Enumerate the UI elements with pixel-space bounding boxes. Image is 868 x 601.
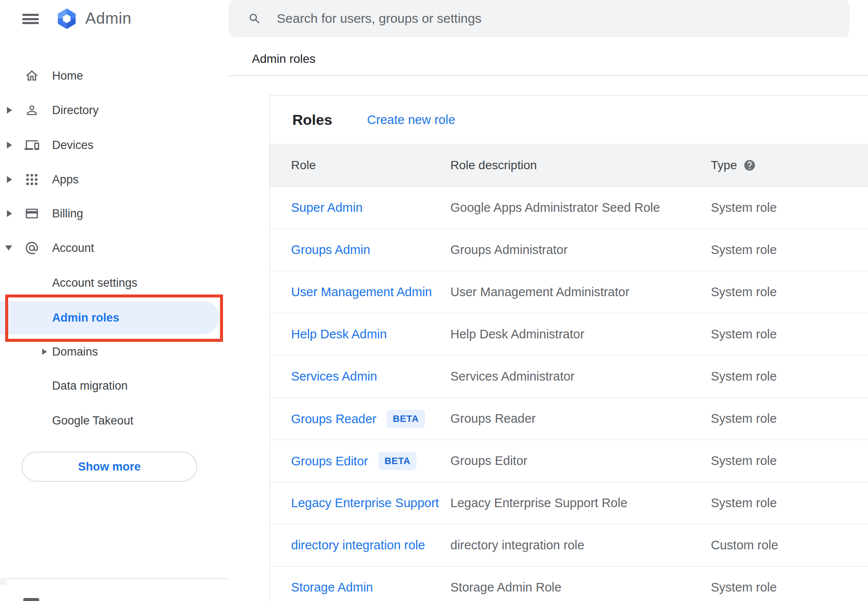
role-type: System role [711, 580, 777, 595]
role-link[interactable]: Groups Editor [291, 454, 368, 468]
role-type: System role [711, 327, 777, 341]
role-type: System role [711, 369, 777, 384]
column-header-type: Type [711, 158, 868, 172]
sidebar-item-label: Apps [52, 173, 79, 186]
sidebar-item-apps[interactable]: Apps [0, 167, 229, 192]
chevron-right-icon[interactable] [7, 107, 12, 114]
role-description: Groups Editor [450, 454, 527, 468]
roles-card-header: Roles Create new role [270, 96, 868, 144]
table-row: Legacy Enterprise Support Legacy Enterpr… [270, 482, 868, 524]
chevron-right-icon[interactable] [7, 176, 12, 183]
sidebar-item-account[interactable]: Account [0, 235, 229, 260]
beta-badge: BETA [378, 452, 416, 470]
chevron-down-icon[interactable] [5, 245, 12, 251]
chevron-right-icon[interactable] [42, 349, 47, 355]
role-description: Groups Reader [450, 412, 536, 425]
sidebar: Admin Home Directory Devices [0, 0, 229, 601]
table-row: directory integration role directory int… [270, 524, 868, 567]
search-bar[interactable] [229, 0, 849, 37]
role-description: Groups Administrator [450, 243, 567, 257]
sidebar-item-label: Account settings [52, 276, 137, 290]
sidebar-item-home[interactable]: Home [0, 63, 229, 88]
role-type: System role [711, 243, 777, 257]
column-header-type-label: Type [711, 158, 737, 172]
table-row: User Management Admin User Management Ad… [270, 271, 868, 313]
role-description: Google Apps Administrator Seed Role [450, 201, 660, 214]
sidebar-item-label: Domains [52, 345, 98, 359]
role-link[interactable]: Groups Admin [291, 243, 370, 257]
sidebar-item-label: Account [52, 242, 94, 255]
home-icon [25, 68, 39, 83]
sidebar-item-billing[interactable]: Billing [0, 201, 229, 226]
role-description: Services Administrator [450, 369, 575, 383]
breadcrumb: Admin roles [252, 52, 316, 66]
role-type: Custom role [711, 538, 778, 552]
chevron-right-icon[interactable] [7, 210, 12, 217]
breadcrumb-divider [229, 75, 868, 76]
search-icon [248, 12, 261, 25]
sidebar-item-label: Home [52, 69, 83, 83]
sidebar-item-directory[interactable]: Directory [0, 98, 229, 123]
table-row: Groups Admin Groups Administrator System… [270, 229, 868, 271]
apps-grid-icon [25, 172, 39, 187]
table-row: Services Admin Services Administrator Sy… [270, 356, 868, 398]
app-title: Admin [85, 9, 131, 28]
sidebar-item-account-settings[interactable]: Account settings [0, 270, 229, 295]
sidebar-bottom-divider [0, 578, 229, 579]
role-description: Storage Admin Role [450, 580, 561, 594]
table-header-row: Role Role description Type [270, 144, 868, 187]
sidebar-item-domains[interactable]: Domains [0, 339, 229, 364]
sidebar-item-google-takeout[interactable]: Google Takeout [0, 408, 229, 433]
role-link[interactable]: Groups Reader [291, 412, 376, 426]
table-row: Help Desk Admin Help Desk Administrator … [270, 313, 868, 356]
column-header-role: Role [270, 158, 450, 172]
at-sign-icon [25, 241, 39, 255]
sidebar-item-admin-roles[interactable]: Admin roles [0, 301, 220, 335]
table-row: Super Admin Google Apps Administrator Se… [270, 187, 868, 229]
sidebar-item-label: Devices [52, 139, 93, 152]
sidebar-item-data-migration[interactable]: Data migration [0, 373, 229, 398]
menu-icon[interactable] [22, 14, 39, 24]
column-header-description: Role description [450, 158, 711, 172]
role-description: User Management Administrator [450, 285, 629, 299]
role-description: Help Desk Administrator [450, 327, 584, 341]
show-more-button[interactable]: Show more [22, 452, 197, 482]
sidebar-item-label: Directory [52, 104, 99, 117]
role-type: System role [711, 496, 777, 510]
role-link[interactable]: User Management Admin [291, 285, 432, 299]
role-link[interactable]: Services Admin [291, 369, 377, 383]
sidebar-item-label: Google Takeout [52, 414, 133, 428]
partial-bottom-icon [23, 598, 39, 601]
role-link[interactable]: Legacy Enterprise Support [291, 496, 439, 510]
chevron-right-icon[interactable] [7, 142, 12, 149]
admin-hexagon-icon [55, 7, 78, 30]
create-new-role-link[interactable]: Create new role [367, 113, 456, 127]
roles-card: Roles Create new role Role Role descript… [270, 95, 868, 601]
sidebar-item-label: Admin roles [52, 311, 119, 325]
table-row: Groups ReaderBETA Groups Reader System r… [270, 398, 868, 440]
role-description: directory integration role [450, 538, 584, 552]
role-type: System role [711, 454, 777, 468]
role-link[interactable]: Help Desk Admin [291, 327, 387, 341]
help-icon[interactable] [743, 159, 756, 172]
table-row: Storage Admin Storage Admin Role System … [270, 567, 868, 601]
admin-logo[interactable]: Admin [55, 6, 131, 31]
credit-card-icon [25, 206, 39, 221]
scrollbar-nub [0, 579, 7, 585]
sidebar-item-label: Data migration [52, 379, 128, 393]
role-type: System role [711, 412, 777, 426]
beta-badge: BETA [387, 410, 425, 428]
table-row: Groups EditorBETA Groups Editor System r… [270, 440, 868, 482]
role-link[interactable]: Storage Admin [291, 580, 373, 594]
devices-icon [25, 138, 39, 152]
role-type: System role [711, 285, 777, 299]
role-link[interactable]: directory integration role [291, 538, 425, 552]
role-description: Legacy Enterprise Support Role [450, 496, 627, 510]
google-admin-console: Admin Home Directory Devices [0, 0, 868, 601]
role-type: System role [711, 201, 777, 215]
sidebar-item-devices[interactable]: Devices [0, 133, 229, 158]
sidebar-item-label: Billing [52, 207, 83, 220]
card-title: Roles [292, 112, 332, 128]
role-link[interactable]: Super Admin [291, 201, 363, 214]
search-input[interactable] [277, 11, 828, 26]
